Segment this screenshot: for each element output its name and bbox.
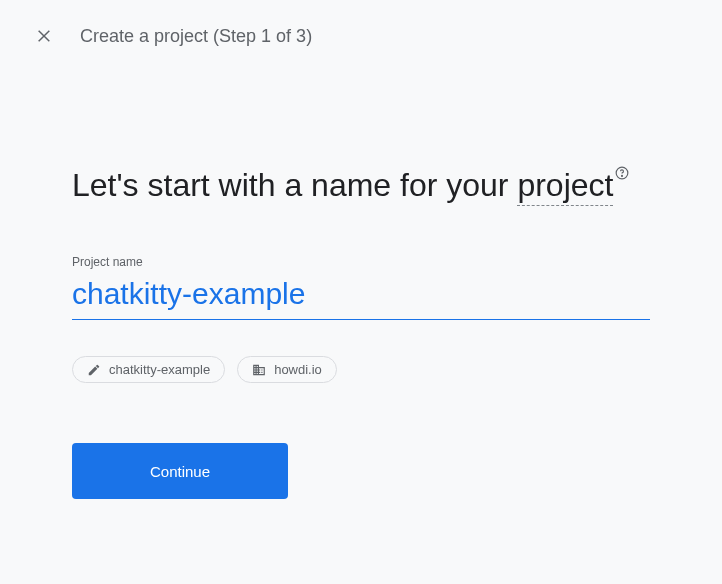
organization-chip-label: howdi.io: [274, 362, 322, 377]
dialog-content: Let's start with a name for your project…: [0, 64, 722, 499]
project-id-chip[interactable]: chatkitty-example: [72, 356, 225, 383]
project-name-field: Project name: [72, 255, 650, 320]
dialog-header: Create a project (Step 1 of 3): [0, 0, 722, 64]
project-name-label: Project name: [72, 255, 650, 269]
dialog-title: Create a project (Step 1 of 3): [80, 26, 312, 47]
help-icon[interactable]: [615, 164, 629, 186]
domain-icon: [252, 363, 266, 377]
organization-chip[interactable]: howdi.io: [237, 356, 337, 383]
project-name-input[interactable]: [72, 273, 650, 320]
close-icon: [36, 28, 52, 44]
svg-point-3: [622, 176, 623, 177]
pencil-icon: [87, 363, 101, 377]
continue-button[interactable]: Continue: [72, 443, 288, 499]
project-id-chip-label: chatkitty-example: [109, 362, 210, 377]
chips-row: chatkitty-example howdi.io: [72, 356, 650, 383]
close-button[interactable]: [32, 24, 56, 48]
page-heading: Let's start with a name for your project: [72, 164, 650, 207]
heading-text: Let's start with a name for your: [72, 167, 517, 203]
heading-underlined-term[interactable]: project: [517, 167, 613, 206]
